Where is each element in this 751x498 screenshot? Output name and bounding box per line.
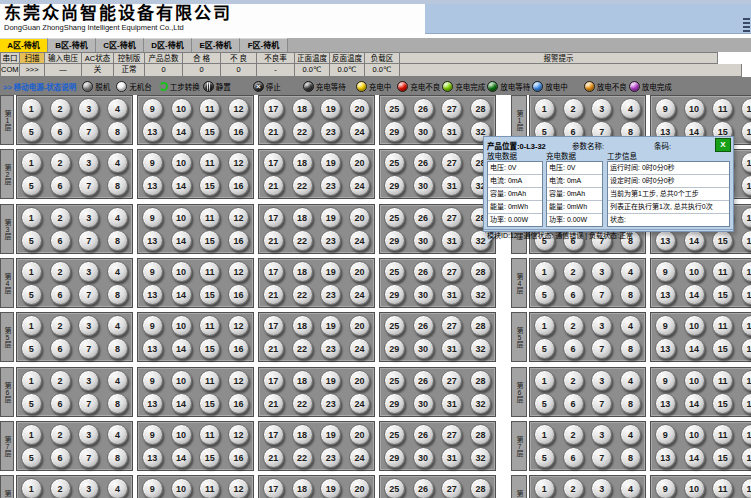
cell-button[interactable]: 21 [263, 393, 284, 414]
cell-button[interactable]: 20 [349, 424, 370, 445]
cell-button[interactable]: 26 [413, 478, 434, 498]
cell-button[interactable]: 22 [292, 393, 313, 414]
cell-button[interactable]: 27 [441, 98, 462, 119]
cell-button[interactable]: 3 [78, 152, 99, 173]
cell-button[interactable]: 4 [620, 261, 641, 282]
cell-button[interactable]: 7 [78, 230, 99, 251]
cell-button[interactable]: 21 [263, 284, 284, 305]
cell-button[interactable]: 14 [684, 393, 705, 414]
cell-button[interactable]: 31 [441, 338, 462, 359]
cell-button[interactable]: 11 [199, 370, 220, 391]
cell-button[interactable]: 22 [292, 121, 313, 142]
cell-button[interactable]: 15 [712, 284, 733, 305]
cell-button[interactable]: 11 [199, 207, 220, 228]
cell-button[interactable]: 1 [21, 261, 42, 282]
cell-button[interactable]: 30 [413, 393, 434, 414]
cell-button[interactable]: 2 [50, 152, 71, 173]
cell-button[interactable]: 2 [563, 478, 584, 498]
cell-button[interactable]: 20 [349, 261, 370, 282]
cell-button[interactable]: 2 [563, 98, 584, 119]
cell-button[interactable]: 12 [741, 98, 751, 119]
cell-button[interactable]: 1 [534, 98, 555, 119]
cell-button[interactable]: 14 [684, 338, 705, 359]
cell-button[interactable]: 32 [470, 393, 491, 414]
cell-button[interactable]: 2 [563, 315, 584, 336]
cell-button[interactable]: 24 [349, 338, 370, 359]
cell-button[interactable]: 18 [292, 152, 313, 173]
cell-button[interactable]: 10 [171, 152, 192, 173]
cell-button[interactable]: 3 [78, 98, 99, 119]
cell-button[interactable]: 19 [320, 478, 341, 498]
cell-button[interactable]: 9 [142, 315, 163, 336]
cell-button[interactable]: 17 [263, 370, 284, 391]
cell-button[interactable]: 30 [413, 284, 434, 305]
cell-button[interactable]: 13 [655, 447, 676, 468]
cell-button[interactable]: 6 [50, 338, 71, 359]
cell-button[interactable]: 2 [563, 424, 584, 445]
cell-button[interactable]: 1 [534, 478, 555, 498]
cell-button[interactable]: 6 [50, 230, 71, 251]
cell-button[interactable]: 11 [712, 478, 733, 498]
cell-button[interactable]: 16 [228, 393, 249, 414]
cell-button[interactable]: 7 [78, 393, 99, 414]
cell-button[interactable]: 12 [228, 478, 249, 498]
cell-button[interactable]: 11 [199, 478, 220, 498]
cell-button[interactable]: 11 [712, 370, 733, 391]
cell-button[interactable]: 7 [78, 447, 99, 468]
cell-button[interactable]: 28 [470, 478, 491, 498]
cell-button[interactable]: 4 [620, 98, 641, 119]
cell-button[interactable]: 4 [107, 207, 128, 228]
cell-button[interactable]: 24 [349, 121, 370, 142]
cell-button[interactable]: 29 [384, 230, 405, 251]
cell-button[interactable]: 22 [292, 230, 313, 251]
cell-button[interactable]: 13 [142, 284, 163, 305]
cell-button[interactable]: 24 [349, 175, 370, 196]
cell-button[interactable]: 23 [320, 284, 341, 305]
cell-button[interactable]: 3 [78, 261, 99, 282]
cell-button[interactable]: 10 [171, 261, 192, 282]
tab-zone-a[interactable]: A区-待机 [0, 38, 48, 53]
cell-button[interactable]: 17 [263, 152, 284, 173]
cell-button[interactable]: 11 [199, 152, 220, 173]
cell-button[interactable]: 17 [263, 207, 284, 228]
cell-button[interactable]: 12 [741, 370, 751, 391]
cell-button[interactable]: 26 [413, 152, 434, 173]
cell-button[interactable]: 32 [470, 284, 491, 305]
cell-button[interactable]: 11 [712, 424, 733, 445]
tab-zone-f[interactable]: F区-待机 [240, 38, 288, 53]
cell-button[interactable]: 14 [684, 284, 705, 305]
column-header[interactable]: 扫描 [20, 52, 45, 64]
cell-button[interactable]: 10 [684, 478, 705, 498]
cell-button[interactable]: 11 [712, 261, 733, 282]
cell-button[interactable]: 26 [413, 315, 434, 336]
cell-button[interactable]: 16 [741, 121, 751, 142]
cell-button[interactable]: 15 [199, 393, 220, 414]
cell-button[interactable]: 20 [349, 207, 370, 228]
cell-button[interactable]: 3 [591, 315, 612, 336]
cell-button[interactable]: 31 [441, 230, 462, 251]
cell-button[interactable]: 5 [21, 175, 42, 196]
cell-button[interactable]: 30 [413, 175, 434, 196]
cell-button[interactable]: 19 [320, 424, 341, 445]
cell-button[interactable]: 24 [349, 393, 370, 414]
cell-button[interactable]: 31 [441, 284, 462, 305]
cell-button[interactable]: 6 [563, 393, 584, 414]
cell-button[interactable]: 19 [320, 207, 341, 228]
cell-button[interactable]: 15 [712, 447, 733, 468]
cell-button[interactable]: 28 [470, 424, 491, 445]
cell-button[interactable]: 2 [50, 98, 71, 119]
cell-button[interactable]: 8 [107, 338, 128, 359]
cell-button[interactable]: 2 [50, 370, 71, 391]
cell-button[interactable]: 11 [712, 315, 733, 336]
cell-button[interactable]: 5 [534, 447, 555, 468]
cell-button[interactable]: 13 [142, 121, 163, 142]
cell-button[interactable]: 12 [741, 261, 751, 282]
cell-button[interactable]: 10 [171, 315, 192, 336]
cell-button[interactable]: 11 [199, 424, 220, 445]
cell-button[interactable]: 16 [228, 284, 249, 305]
cell-button[interactable]: 17 [263, 98, 284, 119]
cell-button[interactable]: 18 [292, 370, 313, 391]
cell-button[interactable]: 15 [199, 284, 220, 305]
cell-button[interactable]: 18 [292, 424, 313, 445]
tab-zone-c[interactable]: C区-待机 [96, 38, 144, 53]
